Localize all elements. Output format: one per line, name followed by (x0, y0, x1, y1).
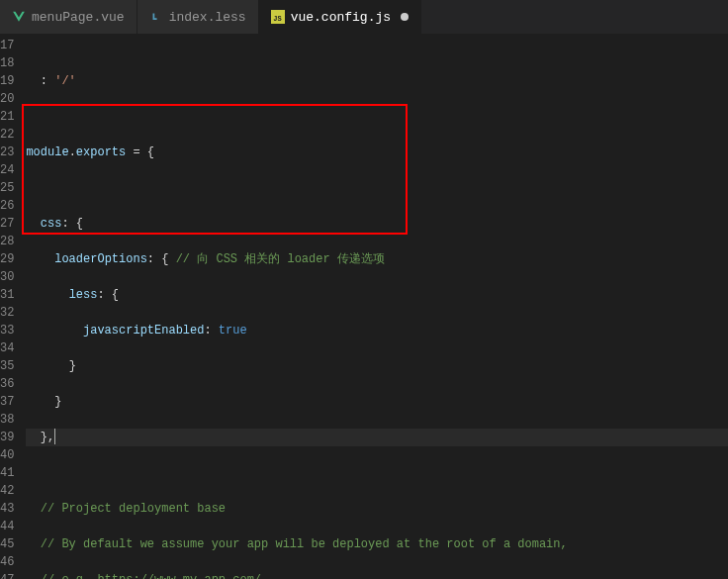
line-number: 22 (0, 126, 14, 144)
code-area[interactable]: : '/' module.exports = { css: { loaderOp… (26, 35, 728, 579)
svg-text:JS: JS (273, 15, 281, 23)
editor-tabs: menuPage.vue index.less JS vue.config.js (0, 0, 728, 35)
line-number: 37 (0, 393, 14, 411)
line-number: 20 (0, 90, 14, 108)
code-editor[interactable]: 1718192021222324252627282930313233343536… (0, 35, 728, 579)
text-cursor (54, 429, 55, 444)
line-number: 31 (0, 286, 14, 304)
line-number: 36 (0, 375, 14, 393)
tab-label: vue.config.js (291, 10, 391, 25)
dirty-indicator-icon (401, 13, 409, 21)
line-number: 33 (0, 322, 14, 339)
line-number: 25 (0, 179, 14, 197)
tab-indexless[interactable]: index.less (137, 0, 259, 34)
line-number: 26 (0, 197, 14, 215)
line-number: 38 (0, 411, 14, 429)
line-number: 40 (0, 446, 14, 464)
less-icon (149, 10, 163, 24)
line-number: 27 (0, 215, 14, 233)
tab-vueconfig[interactable]: JS vue.config.js (259, 0, 421, 34)
line-number: 18 (0, 54, 14, 72)
line-number: 19 (0, 72, 14, 90)
tab-label: index.less (169, 10, 246, 25)
line-number: 32 (0, 304, 14, 322)
line-number: 39 (0, 429, 14, 446)
js-icon: JS (271, 10, 285, 24)
line-number: 17 (0, 37, 14, 54)
line-number: 45 (0, 535, 14, 553)
line-number: 21 (0, 108, 14, 126)
line-number: 30 (0, 268, 14, 286)
tab-menupage[interactable]: menuPage.vue (0, 0, 137, 34)
line-gutter: 1718192021222324252627282930313233343536… (0, 35, 26, 579)
line-number: 42 (0, 482, 14, 500)
line-number: 24 (0, 161, 14, 179)
line-number: 43 (0, 500, 14, 518)
tab-label: menuPage.vue (32, 10, 125, 25)
line-number: 47 (0, 571, 14, 579)
line-number: 34 (0, 339, 14, 357)
vue-icon (12, 10, 26, 24)
line-number: 44 (0, 518, 14, 535)
line-number: 28 (0, 233, 14, 250)
line-number: 46 (0, 553, 14, 571)
line-number: 35 (0, 357, 14, 375)
line-number: 23 (0, 144, 14, 161)
line-number: 41 (0, 464, 14, 482)
line-number: 29 (0, 250, 14, 268)
